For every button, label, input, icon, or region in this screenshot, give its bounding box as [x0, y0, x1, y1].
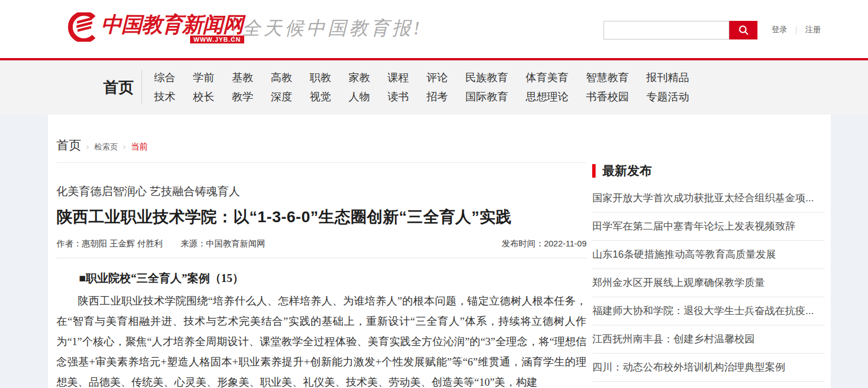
list-item: 田学军在第二届中塞青年论坛上发表视频致辞 [592, 213, 825, 241]
article-kicker: 化美育德启智润心 艺技融合铸魂育人 [56, 183, 587, 199]
breadcrumb-home[interactable]: 首页 [56, 137, 81, 154]
list-item: 国家开放大学首次成功获批亚太经合组织基金项... [592, 184, 825, 213]
nav-column: 评论 招考 [426, 72, 448, 103]
list-item: 郑州金水区开展线上观摩确保教学质量 [592, 269, 825, 297]
site-header: 中国教育新闻网WWW.JYB.CN 全天候中国教育报! 登录 ｜ 注册 [0, 0, 868, 58]
search-icon [738, 25, 749, 36]
site-slogan: 全天候中国教育报! [242, 14, 422, 43]
article-source: 来源：中国教育新闻网 [180, 239, 265, 249]
nav-column: 基教 教学 [232, 72, 253, 103]
list-item: 江西抚州南丰县：创建乡村温馨校园 [592, 325, 825, 354]
search-input[interactable] [603, 21, 729, 39]
nav-item[interactable]: 深度 [271, 91, 292, 103]
news-link[interactable]: 郑州金水区开展线上观摩确保教学质量 [592, 276, 825, 289]
main-nav: 首页 综合 技术 学前 校长 基教 教学 高教 深度 职教 视觉 家教 人物 课… [0, 60, 868, 114]
news-link[interactable]: 福建师大协和学院：退役大学生士兵奋战在抗疫... [592, 305, 825, 318]
nav-column: 体育美育 思想理论 [526, 72, 569, 103]
nav-item[interactable]: 国际教育 [465, 91, 508, 103]
nav-item[interactable]: 课程 [387, 72, 409, 84]
nav-item[interactable]: 人物 [349, 91, 370, 103]
nav-column: 学前 校长 [193, 72, 214, 103]
latest-release-panel: 最新发布 国家开放大学首次成功获批亚太经合组织基金项... 田学军在第二届中塞青… [592, 162, 825, 382]
nav-column: 综合 技术 [154, 72, 175, 103]
nav-column: 家教 人物 [349, 72, 370, 103]
slogan-wrap: 全天候中国教育报! [221, 14, 422, 43]
nav-divider [142, 70, 142, 104]
article-paragraph: 陕西工业职业技术学院围绕“培养什么人、怎样培养人、为谁培养人”的根本问题，锚定立… [56, 291, 587, 388]
nav-column: 报刊精品 专题活动 [646, 72, 689, 103]
article-publish-date: 发布时间：2022-11-09 [501, 239, 587, 249]
content-card: 首页 › 检索页 › 当前 化美育德启智润心 艺技融合铸魂育人 陕西工业职业技术… [48, 114, 831, 388]
news-link[interactable]: 四川：动态公布校外培训机构治理典型案例 [592, 361, 825, 374]
nav-item[interactable]: 专题活动 [646, 91, 689, 103]
register-link[interactable]: 注册 [805, 25, 821, 35]
nav-item[interactable]: 校长 [193, 91, 214, 103]
news-link[interactable]: 山东16条硬措施推动高等教育高质量发展 [592, 248, 825, 261]
article-lead: ■职业院校“三全育人”案例（15） [56, 271, 587, 285]
latest-release-list: 国家开放大学首次成功获批亚太经合组织基金项... 田学军在第二届中塞青年论坛上发… [592, 184, 825, 382]
list-item: 福建师大协和学院：退役大学生士兵奋战在抗疫... [592, 297, 825, 325]
nav-item[interactable]: 高教 [271, 72, 292, 84]
breadcrumb-search-page[interactable]: 检索页 [94, 142, 118, 152]
nav-item[interactable]: 技术 [154, 91, 175, 103]
list-item: 山东16条硬措施推动高等教育高质量发展 [592, 241, 825, 269]
chevron-right-icon: › [123, 142, 126, 151]
chevron-right-icon: › [86, 142, 89, 151]
red-accent-bar [592, 164, 596, 178]
nav-item[interactable]: 书香校园 [586, 91, 629, 103]
nav-column: 高教 深度 [271, 72, 292, 103]
header-divider [233, 16, 234, 42]
breadcrumb-rule [56, 162, 587, 163]
nav-item[interactable]: 读书 [387, 91, 409, 103]
news-link[interactable]: 江西抚州南丰县：创建乡村温馨校园 [592, 333, 825, 346]
news-link[interactable]: 田学军在第二届中塞青年论坛上发表视频致辞 [592, 220, 825, 233]
nav-column: 民族教育 国际教育 [465, 72, 508, 103]
nav-item-home[interactable]: 首页 [103, 60, 134, 114]
crescent-logo-icon [65, 12, 98, 42]
article-column: 首页 › 检索页 › 当前 化美育德启智润心 艺技融合铸魂育人 陕西工业职业技术… [56, 114, 587, 388]
nav-columns: 综合 技术 学前 校长 基教 教学 高教 深度 职教 视觉 家教 人物 课程 读… [154, 72, 689, 103]
nav-item[interactable]: 综合 [154, 72, 175, 84]
nav-item[interactable]: 报刊精品 [646, 72, 689, 84]
nav-item[interactable]: 职教 [310, 72, 331, 84]
breadcrumb-current[interactable]: 当前 [131, 142, 148, 152]
nav-item[interactable]: 思想理论 [526, 91, 569, 103]
list-item: 四川：动态公布校外培训机构治理典型案例 [592, 354, 825, 382]
article-author: 作者：惠朝阳 王金辉 付胜利 [56, 239, 162, 249]
article-meta: 作者：惠朝阳 王金辉 付胜利 来源：中国教育新闻网 发布时间：2022-11-0… [56, 239, 587, 249]
nav-item[interactable]: 学前 [193, 72, 214, 84]
nav-item[interactable]: 家教 [349, 72, 370, 84]
nav-column: 职教 视觉 [310, 72, 331, 103]
nav-item[interactable]: 评论 [426, 72, 448, 84]
search-button[interactable] [729, 21, 757, 39]
sidebar-title: 最新发布 [602, 162, 652, 179]
nav-item[interactable]: 智慧教育 [586, 72, 629, 84]
nav-item[interactable]: 体育美育 [526, 72, 569, 84]
login-link[interactable]: 登录 [772, 25, 787, 35]
nav-item[interactable]: 民族教育 [465, 72, 508, 84]
search-box [603, 21, 757, 39]
article-title: 陕西工业职业技术学院：以“1-3-6-0”生态圈创新“三全育人”实践 [56, 206, 587, 228]
breadcrumb: 首页 › 检索页 › 当前 [56, 114, 587, 154]
nav-item[interactable]: 视觉 [310, 91, 331, 103]
news-link[interactable]: 国家开放大学首次成功获批亚太经合组织基金项... [592, 192, 825, 205]
nav-column: 课程 读书 [387, 72, 409, 103]
meta-rule [56, 258, 587, 258]
nav-column: 智慧教育 书香校园 [586, 72, 629, 103]
nav-item[interactable]: 基教 [232, 72, 253, 84]
auth-separator: ｜ [792, 25, 800, 35]
site-logo[interactable]: 中国教育新闻网WWW.JYB.CN [65, 12, 243, 42]
nav-item[interactable]: 招考 [426, 91, 448, 103]
nav-item[interactable]: 教学 [232, 91, 253, 103]
sidebar-header: 最新发布 [592, 162, 825, 179]
auth-links: 登录 ｜ 注册 [772, 25, 821, 35]
